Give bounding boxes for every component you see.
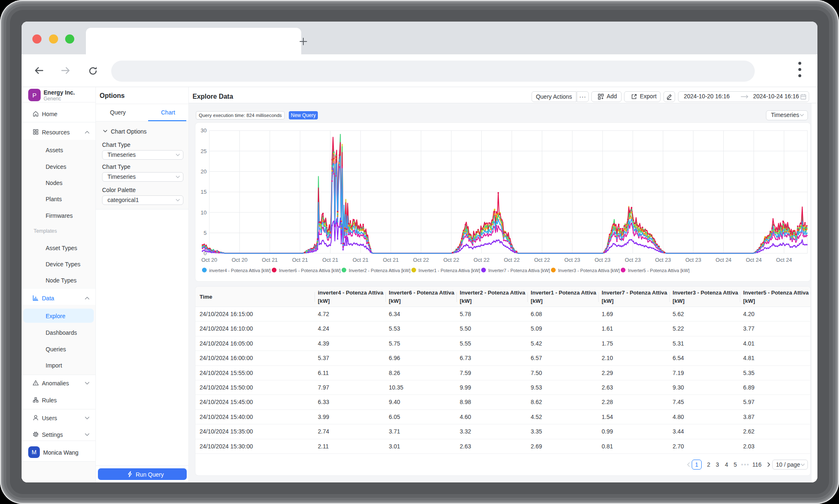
svg-text:Inverter5 - Potenza Attiva [kW: Inverter5 - Potenza Attiva [kW] bbox=[628, 268, 690, 273]
svg-text:Oct 24: Oct 24 bbox=[716, 257, 732, 263]
svg-text:Oct 21: Oct 21 bbox=[292, 257, 308, 263]
svg-text:Oct 23: Oct 23 bbox=[625, 257, 641, 263]
svg-text:Inverter1 - Potenza Attiva [kW: Inverter1 - Potenza Attiva [kW] bbox=[419, 268, 480, 273]
svg-text:inverter4 - Potenza Attiva [kW: inverter4 - Potenza Attiva [kW] bbox=[209, 268, 271, 273]
svg-text:Oct 24: Oct 24 bbox=[776, 257, 792, 263]
svg-text:Inverter3 - Potenza Attiva [kW: Inverter3 - Potenza Attiva [kW] bbox=[558, 268, 620, 273]
svg-text:5: 5 bbox=[204, 230, 207, 236]
svg-text:Oct 23: Oct 23 bbox=[685, 257, 701, 263]
svg-text:Oct 23: Oct 23 bbox=[655, 257, 671, 263]
svg-text:Oct 21: Oct 21 bbox=[353, 257, 368, 263]
svg-text:Oct 21: Oct 21 bbox=[262, 257, 278, 263]
svg-text:Oct 23: Oct 23 bbox=[564, 257, 580, 263]
svg-text:Inverter2 - Potenza Attiva [kW: Inverter2 - Potenza Attiva [kW] bbox=[349, 268, 410, 273]
svg-text:Oct 20: Oct 20 bbox=[232, 257, 247, 263]
svg-text:Inverter6 - Potenza Attiva [kW: Inverter6 - Potenza Attiva [kW] bbox=[279, 268, 341, 273]
svg-text:Inverter7 - Potenza Attiva [kW: Inverter7 - Potenza Attiva [kW] bbox=[488, 268, 550, 273]
svg-text:Oct 22: Oct 22 bbox=[443, 257, 459, 263]
svg-text:Oct 20: Oct 20 bbox=[201, 257, 217, 263]
svg-text:10: 10 bbox=[201, 209, 207, 216]
svg-text:Oct 22: Oct 22 bbox=[473, 257, 489, 263]
svg-text:15: 15 bbox=[201, 189, 207, 195]
svg-text:Oct 22: Oct 22 bbox=[413, 257, 429, 263]
svg-text:30: 30 bbox=[201, 127, 207, 134]
svg-text:Oct 21: Oct 21 bbox=[322, 257, 338, 263]
svg-text:Oct 23: Oct 23 bbox=[595, 257, 610, 263]
svg-text:25: 25 bbox=[201, 148, 207, 154]
svg-text:Oct 22: Oct 22 bbox=[534, 257, 550, 263]
svg-text:Oct 21: Oct 21 bbox=[383, 257, 399, 263]
svg-text:Oct 22: Oct 22 bbox=[504, 257, 519, 263]
svg-text:Oct 24: Oct 24 bbox=[746, 257, 761, 263]
svg-text:20: 20 bbox=[201, 168, 207, 175]
